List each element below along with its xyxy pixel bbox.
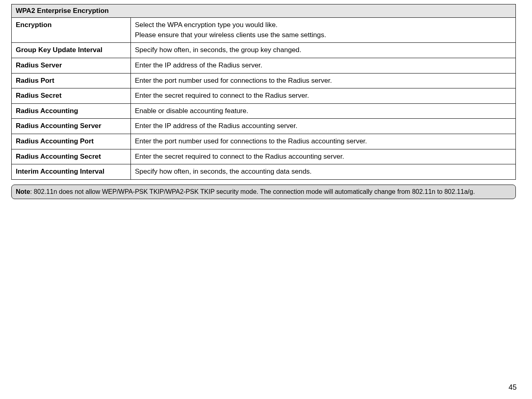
note-box: Note: 802.11n does not allow WEP/WPA-PSK…	[11, 185, 516, 199]
table-row: Radius Port Enter the port number used f…	[12, 73, 516, 88]
row-desc: Enter the secret required to connect to …	[131, 149, 516, 164]
row-label: Interim Accounting Interval	[12, 164, 131, 180]
table-row: Interim Accounting Interval Specify how …	[12, 164, 516, 180]
table-row: Radius Accounting Secret Enter the secre…	[12, 149, 516, 164]
row-label: Encryption	[12, 18, 131, 43]
table-row: Radius Accounting Port Enter the port nu…	[12, 134, 516, 149]
row-desc: Enter the IP address of the Radius serve…	[131, 58, 516, 73]
row-label: Radius Secret	[12, 88, 131, 104]
table-title: WPA2 Enterprise Encryption	[12, 4, 516, 18]
row-desc: Specify how often, in seconds, the accou…	[131, 164, 516, 180]
row-desc: Specify how often, in seconds, the group…	[131, 43, 516, 58]
table-body: Encryption Select the WPA encryption typ…	[12, 18, 516, 180]
row-desc: Enter the port number used for connectio…	[131, 73, 516, 88]
table-row: Radius Server Enter the IP address of th…	[12, 58, 516, 73]
row-label: Radius Accounting Server	[12, 119, 131, 134]
table-row: Group Key Update Interval Specify how of…	[12, 43, 516, 58]
row-label: Radius Accounting Port	[12, 134, 131, 149]
table-row: Radius Secret Enter the secret required …	[12, 88, 516, 104]
table-row: Radius Accounting Enable or disable acco…	[12, 103, 516, 119]
config-table: WPA2 Enterprise Encryption Encryption Se…	[11, 4, 516, 180]
row-desc: Select the WPA encryption type you would…	[131, 18, 516, 43]
row-label: Radius Accounting Secret	[12, 149, 131, 164]
row-desc: Enter the IP address of the Radius accou…	[131, 119, 516, 134]
note-label: Note	[16, 188, 30, 195]
table-row: Radius Accounting Server Enter the IP ad…	[12, 119, 516, 134]
row-desc: Enter the port number used for connectio…	[131, 134, 516, 149]
row-desc: Enable or disable accounting feature.	[131, 103, 516, 119]
note-text: : 802.11n does not allow WEP/WPA-PSK TKI…	[30, 188, 475, 195]
row-label: Radius Port	[12, 73, 131, 88]
row-label: Radius Server	[12, 58, 131, 73]
table-row: Encryption Select the WPA encryption typ…	[12, 18, 516, 43]
row-label: Radius Accounting	[12, 103, 131, 119]
row-desc: Enter the secret required to connect to …	[131, 88, 516, 104]
row-label: Group Key Update Interval	[12, 43, 131, 58]
